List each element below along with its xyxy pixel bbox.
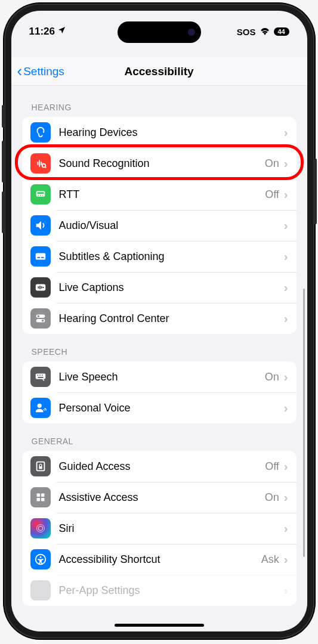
chevron-right-icon: ›	[284, 460, 288, 473]
svg-rect-3	[37, 192, 44, 194]
row-label: Siri	[59, 522, 284, 535]
row-assistive-access[interactable]: Assistive Access On ›	[22, 482, 297, 513]
row-label: Hearing Devices	[59, 126, 284, 139]
volume-up-button	[2, 141, 5, 182]
row-hearing-control-center[interactable]: Hearing Control Center ›	[22, 303, 297, 334]
svg-point-5	[40, 195, 41, 196]
svg-point-27	[36, 525, 44, 532]
chevron-right-icon: ›	[284, 312, 288, 326]
row-live-speech[interactable]: Live Speech On ›	[22, 361, 297, 392]
row-label: Personal Voice	[59, 402, 284, 414]
svg-rect-7	[35, 253, 45, 260]
list-speech: Live Speech On › Personal Voice ›	[22, 361, 297, 423]
row-label: Live Captions	[59, 281, 284, 294]
row-subtitles[interactable]: Subtitles & Captioning ›	[22, 241, 297, 272]
row-label: Subtitles & Captioning	[59, 250, 284, 263]
svg-rect-24	[41, 494, 44, 497]
live-captions-icon	[30, 277, 51, 298]
chevron-right-icon: ›	[284, 491, 288, 504]
ear-icon	[30, 122, 51, 143]
svg-rect-25	[36, 498, 40, 501]
svg-rect-9	[41, 257, 44, 258]
svg-point-14	[41, 320, 44, 322]
captions-icon	[30, 246, 51, 267]
row-value: On	[265, 371, 279, 383]
row-value: On	[265, 157, 279, 170]
chevron-right-icon: ›	[284, 250, 288, 264]
row-value: Off	[265, 460, 279, 473]
chevron-right-icon: ›	[284, 584, 288, 597]
siri-icon	[30, 518, 51, 538]
row-label: Assistive Access	[59, 491, 265, 504]
list-hearing: Hearing Devices › Sound Recognition On ›…	[22, 117, 297, 334]
row-value: Off	[265, 188, 279, 201]
row-live-captions[interactable]: Live Captions ›	[22, 272, 297, 303]
section-header-speech: SPEECH	[32, 347, 297, 357]
accessibility-icon	[30, 549, 51, 569]
svg-point-28	[38, 526, 42, 530]
row-rtt[interactable]: RTT Off ›	[22, 179, 297, 210]
mute-switch	[2, 105, 5, 128]
chevron-left-icon: ‹	[17, 62, 23, 80]
row-audio-visual[interactable]: Audio/Visual ›	[22, 210, 297, 241]
wifi-icon	[260, 27, 270, 37]
row-label: RTT	[59, 188, 265, 201]
section-header-general: GENERAL	[32, 436, 297, 446]
person-voice-icon	[30, 398, 51, 418]
row-hearing-devices[interactable]: Hearing Devices ›	[22, 117, 297, 148]
phone-frame: 11:26 SOS 44 ‹ Settings Accessibility HE	[4, 4, 314, 639]
svg-rect-8	[37, 257, 40, 258]
dynamic-island	[118, 21, 201, 43]
row-siri[interactable]: Siri ›	[22, 513, 297, 544]
svg-rect-22	[39, 466, 42, 469]
row-label: Guided Access	[59, 460, 265, 473]
chevron-right-icon: ›	[284, 370, 288, 384]
status-time: 11:26	[29, 26, 55, 38]
battery-icon: 44	[274, 27, 289, 36]
row-personal-voice[interactable]: Personal Voice ›	[22, 392, 297, 423]
toggles-icon	[30, 308, 51, 329]
svg-point-20	[37, 404, 41, 408]
svg-rect-26	[41, 498, 44, 501]
chevron-right-icon: ›	[284, 553, 288, 566]
scroll-indicator	[303, 289, 305, 557]
section-header-hearing: HEARING	[32, 103, 297, 112]
home-indicator[interactable]	[115, 624, 204, 627]
grid-icon	[30, 487, 51, 507]
sound-wave-icon	[30, 153, 51, 174]
row-value: On	[265, 491, 279, 504]
list-general: Guided Access Off › Assistive Access On …	[22, 451, 297, 606]
row-guided-access[interactable]: Guided Access Off ›	[22, 451, 297, 482]
page-title: Accessibility	[124, 65, 193, 78]
screen: 11:26 SOS 44 ‹ Settings Accessibility HE	[11, 11, 307, 631]
svg-point-12	[37, 315, 39, 318]
row-per-app-settings[interactable]: Per-App Settings ›	[22, 575, 297, 606]
content-scroll[interactable]: HEARING Hearing Devices › Sound Recognit…	[11, 86, 307, 631]
chevron-right-icon: ›	[284, 522, 288, 535]
row-label: Accessibility Shortcut	[59, 553, 261, 566]
row-accessibility-shortcut[interactable]: Accessibility Shortcut Ask ›	[22, 544, 297, 575]
apps-icon	[30, 580, 51, 600]
chevron-right-icon: ›	[284, 401, 288, 415]
svg-point-6	[42, 195, 43, 196]
row-label: Audio/Visual	[59, 219, 284, 232]
location-icon	[57, 26, 66, 38]
back-button[interactable]: ‹ Settings	[17, 62, 64, 80]
chevron-right-icon: ›	[284, 281, 288, 295]
chevron-right-icon: ›	[284, 126, 288, 140]
speaker-icon	[30, 215, 51, 236]
chevron-right-icon: ›	[284, 157, 288, 171]
row-label: Sound Recognition	[59, 157, 265, 170]
svg-point-17	[39, 374, 41, 376]
svg-point-4	[38, 195, 39, 196]
chevron-right-icon: ›	[284, 219, 288, 233]
svg-point-18	[41, 374, 42, 376]
row-sound-recognition[interactable]: Sound Recognition On ›	[22, 148, 297, 179]
svg-rect-15	[35, 374, 45, 379]
power-button	[314, 159, 317, 224]
sos-indicator: SOS	[237, 27, 256, 37]
row-value: Ask	[261, 553, 279, 566]
svg-point-30	[39, 556, 41, 558]
row-label: Hearing Control Center	[59, 312, 284, 325]
chevron-right-icon: ›	[284, 188, 288, 202]
